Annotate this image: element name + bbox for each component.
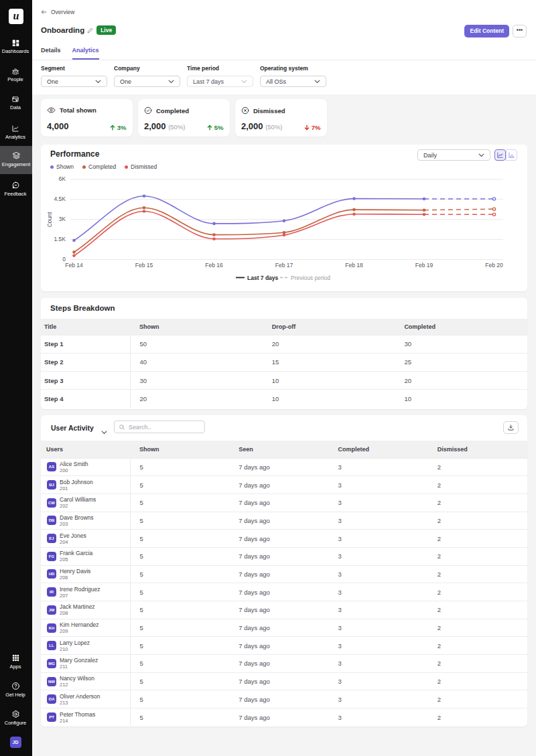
svg-text:Feb 14: Feb 14 <box>65 262 83 269</box>
svg-text:1.5K: 1.5K <box>54 236 66 242</box>
svg-text:3K: 3K <box>59 216 66 222</box>
svg-text:Previous period: Previous period <box>291 275 330 281</box>
svg-text:6K: 6K <box>59 175 66 182</box>
svg-text:Feb 17: Feb 17 <box>275 262 293 269</box>
svg-text:4.5K: 4.5K <box>54 196 66 202</box>
svg-text:Feb 19: Feb 19 <box>415 262 433 269</box>
svg-text:Feb 15: Feb 15 <box>135 262 153 269</box>
svg-text:Last 7 days: Last 7 days <box>247 275 279 281</box>
svg-text:Feb 18: Feb 18 <box>345 262 363 269</box>
svg-text:Count: Count <box>46 212 53 227</box>
svg-text:Feb 16: Feb 16 <box>205 262 223 269</box>
svg-text:Feb 20: Feb 20 <box>485 262 503 269</box>
